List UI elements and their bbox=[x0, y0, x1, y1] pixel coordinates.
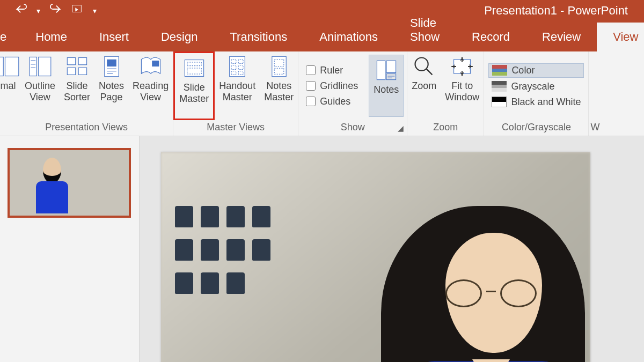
tab-animations[interactable]: Animations bbox=[303, 23, 394, 51]
color-swatch-icon bbox=[492, 65, 507, 76]
slide-sorter-button[interactable]: Slide Sorter bbox=[60, 51, 94, 120]
ribbon: mal Outline View Slide Sorter Notes Page… bbox=[0, 51, 644, 136]
tab-transitions[interactable]: Transitions bbox=[214, 23, 303, 51]
svg-rect-5 bbox=[67, 58, 75, 65]
group-label-zoom: Zoom bbox=[407, 120, 484, 136]
svg-rect-1 bbox=[0, 57, 3, 76]
undo-dropdown-icon[interactable]: ▾ bbox=[36, 6, 40, 15]
quick-access-toolbar: ▾ ▾ bbox=[5, 3, 97, 18]
fit-to-window-button[interactable]: Fit to Window bbox=[441, 51, 484, 120]
undo-icon[interactable] bbox=[15, 3, 27, 18]
guides-checkbox[interactable]: Guides bbox=[306, 96, 358, 107]
black-and-white-button[interactable]: Black and White bbox=[488, 95, 584, 109]
ruler-checkbox[interactable]: Ruler bbox=[306, 65, 358, 76]
slide-canvas[interactable] bbox=[161, 152, 590, 362]
group-presentation-views: mal Outline View Slide Sorter Notes Page… bbox=[0, 51, 173, 136]
notes-master-icon bbox=[267, 55, 291, 78]
outline-view-icon bbox=[28, 55, 52, 78]
notes-icon bbox=[375, 58, 398, 82]
ribbon-tabs: e Home Insert Design Transitions Animati… bbox=[0, 21, 644, 51]
svg-rect-7 bbox=[67, 68, 75, 75]
group-label-presentation-views: Presentation Views bbox=[0, 120, 173, 136]
zoom-button[interactable]: Zoom bbox=[407, 51, 441, 120]
fit-to-window-icon bbox=[450, 55, 474, 78]
content-area bbox=[0, 136, 644, 362]
tab-slideshow[interactable]: Slide Show bbox=[394, 9, 456, 51]
svg-rect-2 bbox=[5, 57, 19, 76]
show-dialog-launcher-icon[interactable]: ◢ bbox=[398, 124, 404, 132]
notes-button[interactable]: Notes bbox=[369, 55, 404, 117]
svg-rect-8 bbox=[78, 68, 86, 75]
slide-sorter-icon bbox=[65, 55, 89, 78]
start-from-beginning-icon[interactable] bbox=[71, 3, 83, 18]
grayscale-swatch-icon bbox=[492, 81, 507, 92]
notes-page-button[interactable]: Notes Page bbox=[94, 51, 128, 120]
title-bar: ▾ ▾ Presentation1 - PowerPoint bbox=[0, 0, 644, 21]
tab-review[interactable]: Review bbox=[526, 23, 597, 51]
slide-master-button[interactable]: Slide Master bbox=[173, 51, 215, 120]
svg-rect-26 bbox=[386, 61, 396, 72]
svg-rect-25 bbox=[377, 61, 385, 79]
group-show: Ruler Gridlines Guides Notes Show◢ bbox=[298, 51, 407, 136]
slide-image-shelf bbox=[175, 206, 304, 335]
group-label-show: Show◢ bbox=[298, 120, 407, 136]
handout-master-button[interactable]: Handout Master bbox=[215, 51, 260, 120]
notes-master-button[interactable]: Notes Master bbox=[260, 51, 298, 120]
normal-icon bbox=[0, 55, 20, 78]
window-title: Presentation1 - PowerPoint bbox=[97, 4, 639, 18]
normal-button-partial[interactable]: mal bbox=[0, 51, 20, 120]
color-button[interactable]: Color bbox=[488, 63, 584, 78]
grayscale-button[interactable]: Grayscale bbox=[488, 80, 584, 93]
reading-view-icon bbox=[139, 55, 163, 78]
tab-design[interactable]: Design bbox=[145, 23, 214, 51]
slide-image-person bbox=[360, 201, 590, 362]
thumbnail-image bbox=[33, 158, 71, 216]
group-color-grayscale: Color Grayscale Black and White Color/Gr… bbox=[484, 51, 589, 136]
outline-view-button[interactable]: Outline View bbox=[20, 51, 60, 120]
group-zoom: Zoom Fit to Window Zoom bbox=[407, 51, 484, 136]
svg-rect-6 bbox=[78, 58, 86, 65]
slide-master-icon bbox=[182, 56, 206, 80]
gridlines-checkbox[interactable]: Gridlines bbox=[306, 80, 358, 92]
svg-rect-10 bbox=[107, 60, 116, 67]
group-master-views: Slide Master Handout Master Notes Master… bbox=[173, 51, 298, 136]
group-label-color-grayscale: Color/Grayscale bbox=[484, 120, 588, 136]
group-label-window-partial: W bbox=[589, 120, 602, 136]
group-label-master-views: Master Views bbox=[173, 120, 298, 136]
redo-icon[interactable] bbox=[50, 3, 62, 18]
tab-insert[interactable]: Insert bbox=[83, 23, 145, 51]
qat-dropdown-icon[interactable]: ▾ bbox=[93, 6, 97, 15]
reading-view-button[interactable]: Reading View bbox=[128, 51, 173, 120]
window-partial bbox=[589, 51, 602, 120]
svg-point-28 bbox=[415, 58, 428, 71]
group-window-partial: W bbox=[589, 51, 602, 136]
svg-rect-3 bbox=[30, 57, 36, 76]
slide-thumbnail-panel bbox=[0, 136, 140, 362]
handout-master-icon bbox=[225, 55, 249, 78]
zoom-icon bbox=[412, 55, 436, 78]
notes-page-icon bbox=[100, 55, 123, 78]
slide-thumbnail-1[interactable] bbox=[8, 148, 131, 218]
tab-record[interactable]: Record bbox=[456, 23, 526, 51]
slide-editor[interactable] bbox=[140, 136, 644, 362]
svg-rect-4 bbox=[38, 57, 50, 76]
tab-file-partial[interactable]: e bbox=[0, 23, 19, 51]
svg-rect-11 bbox=[152, 61, 159, 67]
tab-view[interactable]: View bbox=[597, 23, 644, 51]
svg-rect-27 bbox=[386, 74, 396, 80]
tab-home[interactable]: Home bbox=[19, 23, 83, 51]
bw-swatch-icon bbox=[492, 97, 507, 107]
